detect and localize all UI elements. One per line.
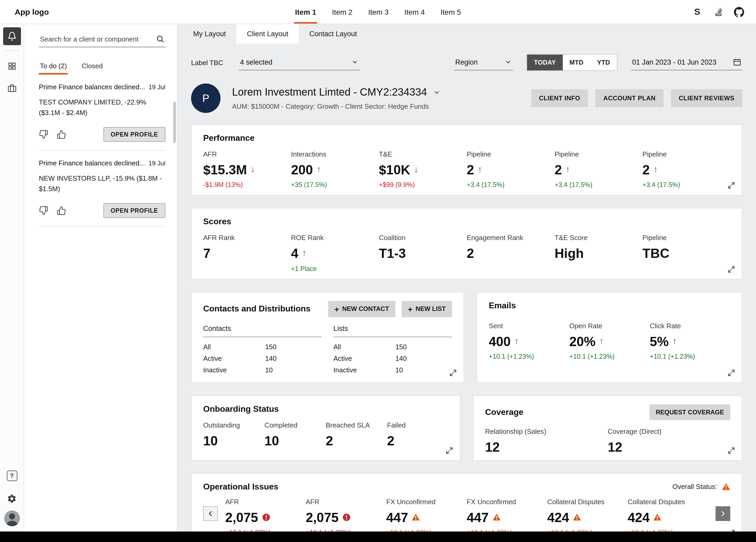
stackoverflow-icon[interactable] bbox=[713, 7, 723, 17]
stat-coverage-direct: Coverage (Direct) 12 bbox=[608, 427, 730, 454]
warning-icon bbox=[722, 483, 730, 491]
nav-item-4[interactable]: Item 4 bbox=[404, 0, 425, 24]
apps-rail-button[interactable] bbox=[3, 57, 21, 75]
expand-icon[interactable] bbox=[727, 265, 736, 274]
multiselect-dropdown[interactable]: 4 selected bbox=[239, 55, 360, 70]
stat-value: 5% bbox=[650, 334, 669, 348]
date-range-picker[interactable]: 01 Jan 2023 - 01 Jun 2023 bbox=[631, 55, 742, 70]
stat-label: Interactions bbox=[291, 150, 379, 158]
new-contact-button[interactable]: +NEW CONTACT bbox=[328, 301, 395, 317]
todo-card-body: NEW INVESTORS LLP, -15.9% ($1.8M - $1.5M… bbox=[39, 173, 165, 194]
work-rail-button[interactable] bbox=[3, 79, 21, 97]
period-today[interactable]: TODAY bbox=[527, 55, 563, 70]
stat-value: 424 bbox=[547, 511, 569, 524]
nav-item-1[interactable]: Item 1 bbox=[295, 0, 316, 24]
stat-afr: AFR $15.3M↓ -$1.9M (13%) bbox=[203, 150, 291, 189]
coverage-stats: Relationship (Sales) 12 Coverage (Direct… bbox=[485, 427, 730, 454]
rail-divider bbox=[4, 50, 20, 51]
region-dropdown[interactable]: Region bbox=[454, 55, 513, 70]
settings-rail-button[interactable] bbox=[3, 490, 21, 507]
expand-icon[interactable] bbox=[449, 369, 457, 377]
search-input[interactable] bbox=[40, 35, 156, 43]
carousel-next-button[interactable] bbox=[716, 506, 730, 521]
stat-delta: +3.4 (17.5%) bbox=[467, 181, 555, 189]
stat-label: Pipeline bbox=[555, 150, 643, 158]
stat-label: Engagement Rank bbox=[467, 234, 555, 242]
stat-label: Sent bbox=[489, 322, 569, 330]
stat-label: T&E bbox=[379, 150, 467, 158]
client-name-row[interactable]: Lorem Investment Limted - CMY2:234334 bbox=[232, 86, 441, 98]
github-icon[interactable] bbox=[734, 7, 744, 17]
stat-value: TBC bbox=[642, 246, 669, 260]
bottom-bar bbox=[0, 532, 756, 542]
stat-label: Relationship (Sales) bbox=[485, 427, 608, 435]
nav-item-5[interactable]: Item 5 bbox=[440, 0, 461, 24]
chevron-down-icon[interactable] bbox=[433, 88, 441, 96]
client-reviews-button[interactable]: CLIENT REVIEWS bbox=[671, 89, 742, 107]
todo-card-date: 19 Jul bbox=[149, 160, 165, 167]
user-avatar[interactable] bbox=[4, 511, 20, 526]
expand-icon[interactable] bbox=[727, 369, 736, 377]
search-icon[interactable] bbox=[156, 35, 164, 43]
stat-failed: Failed 2 bbox=[387, 421, 449, 448]
card-title: Onboarding Status bbox=[203, 404, 448, 414]
stat-tande-score: T&E Score High bbox=[555, 234, 643, 273]
new-list-button[interactable]: +NEW LIST bbox=[402, 301, 452, 317]
request-coverage-button[interactable]: REQUEST COVERAGE bbox=[649, 404, 730, 420]
expand-icon[interactable] bbox=[445, 446, 454, 455]
stat-sent: Sent 400↑ +10.1 (+1.23%) bbox=[489, 322, 569, 360]
stat-value: 447 bbox=[467, 511, 489, 524]
tab-closed[interactable]: Closed bbox=[81, 60, 104, 75]
expand-icon[interactable] bbox=[727, 181, 736, 190]
overall-status-label: Overall Status: bbox=[672, 483, 717, 491]
stat-value: T1-3 bbox=[379, 246, 406, 260]
coverage-card: Coverage REQUEST COVERAGE Relationship (… bbox=[473, 395, 742, 461]
thumbs-up-icon[interactable] bbox=[57, 206, 66, 215]
overall-status: Overall Status: bbox=[672, 483, 730, 491]
notifications-rail-button[interactable] bbox=[3, 27, 21, 45]
open-profile-button[interactable]: OPEN PROFILE bbox=[103, 203, 165, 218]
stat-value: 4 bbox=[291, 246, 298, 260]
stat-label: AFR bbox=[225, 498, 306, 506]
carousel-prev-button[interactable] bbox=[203, 506, 218, 521]
expand-icon[interactable] bbox=[727, 446, 736, 455]
period-mtd[interactable]: MTD bbox=[563, 55, 590, 70]
thumbs-up-icon[interactable] bbox=[57, 130, 66, 139]
tab-client-layout[interactable]: Client Layout bbox=[237, 24, 299, 44]
expand-icon[interactable] bbox=[727, 529, 736, 532]
nav-item-3[interactable]: Item 3 bbox=[368, 0, 389, 24]
stat-value: 2 bbox=[467, 246, 474, 260]
stat-value: 10 bbox=[203, 434, 218, 448]
stat-label: Pipeline bbox=[642, 234, 730, 242]
tab-contact-layout[interactable]: Contact Layout bbox=[299, 24, 367, 44]
help-icon[interactable]: ? bbox=[7, 471, 17, 481]
stat-label: ROE Rank bbox=[291, 234, 379, 242]
thumbs-down-icon[interactable] bbox=[39, 206, 48, 215]
stat-delta: +$99 (9.9%) bbox=[379, 181, 467, 189]
contacts-card: Contacts and Distributions +NEW CONTACT … bbox=[191, 292, 464, 383]
stat-value: 2 bbox=[326, 434, 333, 448]
tab-my-layout[interactable]: My Layout bbox=[183, 24, 237, 44]
trend-up-icon: ↑ bbox=[565, 165, 570, 174]
stat-label: AFR Rank bbox=[203, 234, 291, 242]
warning-icon bbox=[573, 513, 581, 522]
stat-value: 10 bbox=[265, 434, 279, 448]
stat-engagement-rank: Engagement Rank 2 bbox=[467, 234, 555, 273]
account-plan-button[interactable]: ACCOUNT PLAN bbox=[595, 89, 663, 107]
app-logo[interactable]: App logo bbox=[15, 7, 49, 16]
stat-outstanding: Outstanding 10 bbox=[203, 421, 265, 448]
stat-relationship-sales: Relationship (Sales) 12 bbox=[485, 427, 608, 454]
briefcase-icon bbox=[7, 83, 17, 93]
s-logo-icon[interactable]: S bbox=[692, 7, 702, 17]
period-ytd[interactable]: YTD bbox=[590, 55, 617, 70]
sidebar-scrollbar[interactable] bbox=[173, 102, 176, 143]
stat-delta: +1 Place bbox=[291, 265, 379, 272]
tab-todo[interactable]: To do (2) bbox=[39, 60, 68, 75]
thumbs-down-icon[interactable] bbox=[39, 130, 48, 139]
stat-value: 447 bbox=[386, 511, 408, 524]
emails-card: Emails Sent 400↑ +10.1 (+1.23%) Open Rat… bbox=[477, 292, 742, 383]
nav-item-2[interactable]: Item 2 bbox=[332, 0, 353, 24]
client-info-button[interactable]: CLIENT INFO bbox=[531, 89, 588, 107]
todo-card-header: Prime Finance balances declined... 19 Ju… bbox=[39, 159, 165, 167]
open-profile-button[interactable]: OPEN PROFILE bbox=[103, 127, 165, 142]
